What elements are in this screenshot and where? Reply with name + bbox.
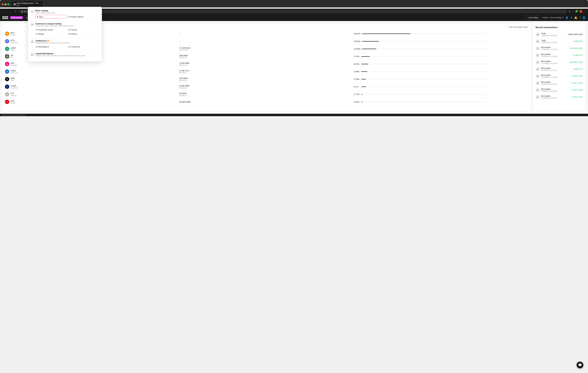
eth-symbol: ETH xyxy=(10,39,18,42)
tx-type-2: Trade xyxy=(541,39,557,42)
marketplace-dot xyxy=(36,46,37,47)
uni-more-btn[interactable]: ··· xyxy=(485,63,528,65)
menu-item-simple-options[interactable]: Simple options xyxy=(68,15,99,19)
svg-point-9 xyxy=(32,41,32,41)
menu-item-options[interactable]: Options xyxy=(68,32,99,36)
minimize-traffic-light[interactable] xyxy=(5,3,7,5)
svg-point-6 xyxy=(31,10,33,13)
ltc-name: Litecoin xyxy=(10,95,16,96)
spot-label: Spot xyxy=(39,16,43,18)
forward-button[interactable]: → xyxy=(8,10,12,13)
live-trading-button[interactable]: ← Live trading xyxy=(524,15,540,20)
trx-symbol: TRX xyxy=(10,100,15,102)
btc-portfolio: 40.07% xyxy=(354,33,484,35)
trx-more-btn[interactable]: ··· xyxy=(485,100,528,103)
menu-icon[interactable]: ⋮ xyxy=(584,10,586,13)
usdt-pct: 12.95% xyxy=(354,48,361,50)
futures-dot xyxy=(69,29,70,30)
asset-info-usdc: $ USDC USD Coin xyxy=(5,69,178,74)
menu-item-margin[interactable]: Margin xyxy=(35,32,67,36)
profile-icon[interactable]: J xyxy=(579,10,582,13)
uni-usd: $9,251.34 xyxy=(179,64,352,66)
liquid-marketplace-section: Liquid Marketplace Instantly trade spot,… xyxy=(31,52,99,56)
maximize-traffic-light[interactable] xyxy=(7,3,9,5)
tx-date-1: 12/06/2022, 10:59:09 xyxy=(541,35,557,36)
jfi-name: JFI xyxy=(10,57,13,59)
ltc-bar xyxy=(361,94,362,95)
tx-row-3: Bot transfer 11/16/2022, 12:31:06 235.62… xyxy=(536,45,583,52)
okb-more-btn[interactable]: ··· xyxy=(485,78,528,80)
download-page-icon[interactable]: ⬇ xyxy=(568,10,570,13)
btc-amount: – xyxy=(179,33,352,35)
eth-bar xyxy=(362,41,379,42)
jfi-symbol: JFI xyxy=(10,55,13,57)
tx-amount-1: -8,484.3999 USDT xyxy=(568,33,583,35)
contracts-items: Perpetual swaps Futures Margin Options xyxy=(35,28,99,36)
menu-item-create-bot[interactable]: Create bot xyxy=(68,45,99,48)
tx-amount-8: 11.4871 USDT xyxy=(571,82,583,84)
liquid-marketplace-header: Liquid Marketplace Instantly trade spot,… xyxy=(31,52,99,56)
tx-date-5: 11/16/2022, 12:10:54 xyxy=(541,62,557,64)
ltc-amount-cell: 30.0000 $2,381.23 xyxy=(179,92,352,96)
btc-more-btn[interactable]: ··· xyxy=(485,32,528,35)
tusd-amount: 9,000.0000 xyxy=(179,85,352,87)
tx-icon-3 xyxy=(536,46,540,51)
usdc-portfolio: 4.98% xyxy=(354,70,484,73)
jfi-bar xyxy=(361,56,370,57)
ltc-more-btn[interactable]: ··· xyxy=(485,93,528,96)
usdt-amount-cell: 17,445.5412 $17,444.31 xyxy=(179,47,352,51)
new-tab-button[interactable]: + xyxy=(43,2,46,6)
asset-info-uni: 🦄 UNI Uniswap xyxy=(5,62,178,66)
okb-portfolio: 4.78% xyxy=(354,78,484,80)
menu-item-marketplace[interactable]: Marketplace xyxy=(35,45,67,48)
ssl-lock-icon: 🔒 xyxy=(21,11,23,12)
usdt-more-btn[interactable]: ··· xyxy=(485,47,528,50)
back-button[interactable]: ← xyxy=(2,10,6,13)
table-row: T TRX TRON 30,000.0000 1.42% ··· xyxy=(5,98,528,106)
tab-favicon xyxy=(14,3,16,5)
jfi-more-btn[interactable]: ··· xyxy=(485,55,528,58)
tx-date-4: 11/16/2022, 12:31:06 xyxy=(541,55,557,57)
tusd-pct: 4.7% xyxy=(354,86,360,88)
tx-left-3: Bot transfer 11/16/2022, 12:31:06 xyxy=(536,46,557,51)
download-icon[interactable]: ⬇ xyxy=(570,16,572,19)
tusd-icon: T xyxy=(5,85,9,89)
perpetual-label: Perpetual swaps xyxy=(38,29,53,31)
user-icon[interactable]: 👤 xyxy=(566,16,568,19)
star-icon[interactable]: ☆ xyxy=(572,10,574,13)
hide-zero-equity-toggle[interactable]: Hide zero equity crypto xyxy=(506,26,528,28)
help-icon[interactable]: ? xyxy=(579,16,581,19)
menu-item-futures[interactable]: Futures xyxy=(68,28,99,32)
ltc-portfolio: 1.77% xyxy=(354,93,484,96)
trading-bot-header: Trading bot 🔥 Multiple strategies to hel… xyxy=(31,40,99,44)
uni-bar xyxy=(361,64,368,64)
tusd-more-btn[interactable]: ··· xyxy=(485,85,528,88)
marketplace-label: Marketplace xyxy=(38,45,49,48)
svg-rect-5 xyxy=(7,17,8,18)
close-traffic-light[interactable] xyxy=(2,3,4,5)
tx-row-6: Bot transfer 11/16/2022, 12:10:54 0.4000… xyxy=(536,66,583,73)
hide-zero-checkbox[interactable] xyxy=(506,26,508,28)
eth-icon: Ξ xyxy=(5,39,9,44)
table-row: $ USDC USD Coin 6,709.7277 $6,709.25 4.9… xyxy=(5,68,528,75)
okb-symbol: OKB xyxy=(10,77,15,79)
tx-icon-5 xyxy=(536,60,540,65)
status-url: https://www.okx.com/trade-spot xyxy=(2,114,25,116)
active-browser-tab[interactable]: Demo trading assets - The Le... ✕ xyxy=(12,1,43,7)
tx-amount-4: 0.2469 ETH xyxy=(573,54,583,56)
menu-item-spot[interactable]: Spot xyxy=(35,15,67,19)
eth-more-btn[interactable]: ··· xyxy=(485,40,528,43)
bell-icon[interactable]: 🔔 xyxy=(574,16,577,19)
usdc-more-btn[interactable]: ··· xyxy=(485,70,528,73)
menu-item-perpetual[interactable]: Perpetual swaps xyxy=(35,28,67,32)
tx-row-8: Bot transfer 11/09/2022, 15:25:25 11.487… xyxy=(536,80,583,87)
tab-title: Demo trading assets - The Le... xyxy=(17,2,39,7)
extensions-icon[interactable]: 🧩 xyxy=(575,10,578,13)
assets-demo-dropdown[interactable]: Assets – Demo trading ▼ xyxy=(542,17,564,19)
globe-icon[interactable]: 🌐 xyxy=(582,16,586,19)
asset-info-ltc: Ł LTC Litecoin xyxy=(5,92,178,96)
tx-icon-10 xyxy=(536,95,540,99)
jfi-amount-cell: 300.0000 $9,926.29 xyxy=(179,55,352,59)
refresh-button[interactable]: ↻ xyxy=(14,10,17,13)
tab-close-btn[interactable]: ✕ xyxy=(40,4,41,5)
